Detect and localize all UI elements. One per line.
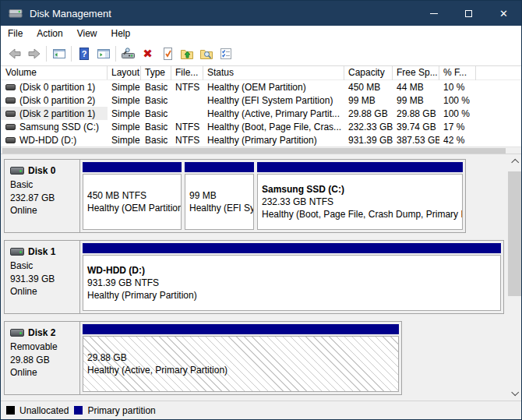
disk-1-label-panel[interactable]: Disk 1 Basic 931.39 GB Online: [5, 241, 80, 313]
menu-file[interactable]: File: [1, 26, 30, 42]
volume-filesystem: NTFS: [171, 122, 203, 132]
partition-health: Healthy (Boot, Page File, Crash Dump, Pr…: [262, 208, 462, 221]
partition-disk0-p1[interactable]: 450 MB NTFS Healthy (OEM Partition): [83, 162, 182, 230]
disk-1-partition-area: WD-HDD (D:) 931.39 GB NTFS Healthy (Prim…: [80, 241, 503, 313]
column-header-layout[interactable]: Layout: [108, 66, 141, 80]
volume-layout: Simple: [108, 108, 141, 119]
close-icon: ✕: [499, 8, 508, 19]
legend-label: Unallocated: [19, 405, 69, 416]
column-header-percent-free[interactable]: % F...: [439, 66, 476, 80]
disk-row-2: Disk 2 Removable 29.88 GB Online 29.88 G…: [4, 321, 402, 395]
partition-disk0-c[interactable]: Samsung SSD (C:) 232.33 GB NTFS Healthy …: [257, 162, 463, 230]
volume-icon: [5, 124, 16, 130]
disk-kind: Basic: [10, 178, 79, 192]
show-action-pane-icon[interactable]: [93, 44, 113, 63]
rescan-disks-icon[interactable]: [118, 44, 138, 63]
back-icon[interactable]: [5, 44, 24, 63]
column-header-free-space[interactable]: Free Sp...: [393, 66, 439, 80]
toolbar-separator: [115, 46, 116, 62]
menu-action[interactable]: Action: [30, 26, 69, 42]
disk-icon: [10, 248, 24, 256]
svg-text:?: ?: [81, 49, 86, 58]
show-console-tree-icon[interactable]: [49, 44, 69, 63]
explore-folder-icon[interactable]: [196, 44, 216, 63]
volume-row-disk0-partition2[interactable]: (Disk 0 partition 2) Simple Basic Health…: [1, 94, 521, 107]
partition-type-bar: [257, 162, 463, 172]
volume-free-space: 29.88 GB: [393, 108, 439, 119]
disk-name: Disk 1: [28, 246, 55, 257]
open-folder-icon[interactable]: [177, 44, 196, 63]
delete-volume-icon[interactable]: ✖: [138, 44, 157, 63]
disk-row-0: Disk 0 Basic 232.87 GB Online 450 MB NTF…: [4, 159, 466, 233]
volume-list-horizontal-scrollbar[interactable]: [1, 146, 521, 154]
column-header-type[interactable]: Type: [141, 66, 171, 80]
legend-label: Primary partition: [87, 405, 155, 416]
volume-row-disk0-partition1[interactable]: (Disk 0 partition 1) Simple Basic NTFS H…: [1, 80, 521, 94]
column-header-empty: [476, 66, 521, 80]
volume-layout: Simple: [108, 95, 141, 106]
volume-type: Basic: [141, 95, 171, 106]
column-header-volume[interactable]: Volume: [1, 66, 108, 79]
disk-name: Disk 2: [28, 327, 55, 338]
disk-kind: Basic: [10, 259, 79, 273]
vertical-scrollbar-thumb[interactable]: [508, 171, 521, 296]
partition-disk1-d[interactable]: WD-HDD (D:) 931.39 GB NTFS Healthy (Prim…: [83, 243, 501, 311]
disk-status: Online: [10, 366, 79, 379]
partition-title: WD-HDD (D:): [87, 264, 500, 277]
volume-status: Healthy (Primary Partition): [203, 135, 344, 146]
column-header-status[interactable]: Status: [203, 66, 344, 80]
horizontal-scrollbar-thumb[interactable]: [2, 148, 506, 154]
volume-row-wd-hdd-d[interactable]: WD-HDD (D:) Simple Basic NTFS Healthy (P…: [1, 133, 521, 146]
toolbar-separator: [71, 46, 72, 62]
menu-help[interactable]: Help: [104, 26, 138, 42]
partition-size: 232.33 GB NTFS: [262, 196, 462, 208]
minimize-button[interactable]: [416, 1, 451, 26]
volume-layout: Simple: [108, 122, 141, 132]
disk-capacity: 931.39 GB: [10, 273, 79, 286]
disk-kind: Removable: [10, 341, 79, 354]
volume-name: WD-HDD (D:): [19, 135, 76, 146]
disk-name: Disk 0: [28, 165, 55, 176]
volume-status: Healthy (EFI System Partition): [203, 95, 344, 106]
forward-icon[interactable]: [24, 44, 44, 63]
volume-name: (Disk 0 partition 1): [19, 82, 95, 93]
partition-health: Healthy (Active, Primary Partition): [87, 364, 398, 376]
volume-free-space: 99 MB: [393, 95, 439, 106]
maximize-icon: [465, 10, 472, 17]
window-title: Disk Management: [30, 8, 416, 19]
disk-capacity: 232.87 GB: [10, 192, 79, 205]
volume-percent-free: 100 %: [439, 108, 476, 119]
volume-status: Healthy (OEM Partition): [203, 82, 344, 93]
primary-partition-swatch: [74, 406, 83, 415]
volume-list-pane: Volume Layout Type File... Status Capaci…: [1, 66, 521, 154]
help-icon[interactable]: ?: [74, 44, 93, 63]
column-header-capacity[interactable]: Capacity: [344, 66, 393, 80]
partition-disk0-p2[interactable]: 99 MB Healthy (EFI System Partition): [185, 162, 254, 230]
partition-size: 931.39 GB NTFS: [87, 277, 500, 289]
menu-view[interactable]: View: [70, 26, 104, 42]
partition-size: 29.88 GB: [87, 351, 398, 364]
disk-icon: [10, 329, 24, 337]
volume-row-samsung-ssd-c[interactable]: Samsung SSD (C:) Simple Basic NTFS Healt…: [1, 120, 521, 133]
disk-2-label-panel[interactable]: Disk 2 Removable 29.88 GB Online: [5, 322, 80, 394]
partition-health: Healthy (Primary Partition): [87, 289, 500, 302]
volume-percent-free: 100 %: [439, 95, 476, 106]
column-header-filesystem[interactable]: File...: [171, 66, 203, 80]
change-drive-letter-icon[interactable]: [216, 44, 235, 63]
disk-pane-vertical-scrollbar[interactable]: [508, 154, 521, 401]
mark-partition-active-icon[interactable]: [157, 44, 177, 63]
volume-icon: [5, 84, 16, 90]
disk-0-label-panel[interactable]: Disk 0 Basic 232.87 GB Online: [5, 160, 80, 232]
volume-status: Healthy (Boot, Page File, Cras...: [203, 122, 344, 132]
volume-icon: [5, 111, 16, 117]
scroll-up-button[interactable]: [508, 154, 521, 168]
disk-drive-app-icon: [8, 5, 23, 21]
partition-disk2-selected[interactable]: 29.88 GB Healthy (Active, Primary Partit…: [83, 324, 399, 392]
maximize-button[interactable]: [451, 1, 486, 26]
scroll-down-button[interactable]: [508, 387, 521, 401]
volume-capacity: 931.39 GB: [344, 135, 393, 146]
close-button[interactable]: ✕: [486, 1, 521, 26]
volume-percent-free: 17 %: [439, 122, 476, 132]
volume-free-space: 44 MB: [393, 82, 439, 93]
volume-row-disk2-partition1[interactable]: (Disk 2 partition 1) Simple Basic Health…: [1, 107, 521, 120]
